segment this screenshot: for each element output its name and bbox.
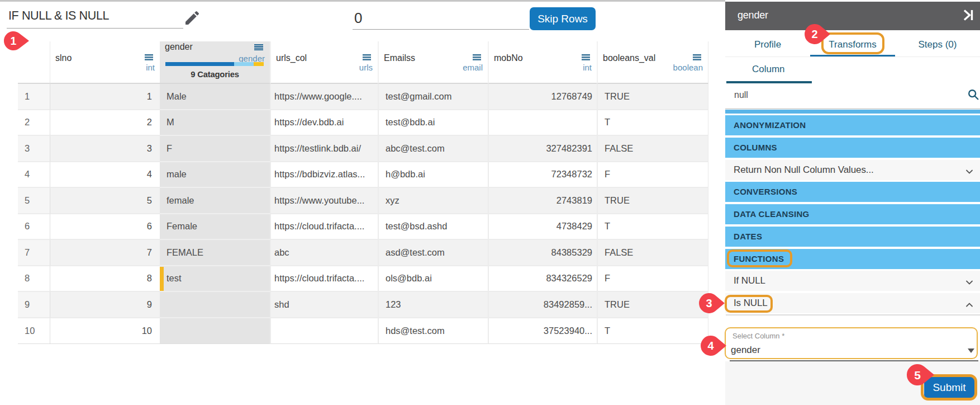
svg-text:3: 3 (706, 297, 712, 309)
svg-text:4: 4 (707, 340, 714, 352)
svg-text:1: 1 (11, 35, 17, 47)
svg-text:2: 2 (811, 28, 817, 40)
svg-text:5: 5 (914, 369, 921, 382)
